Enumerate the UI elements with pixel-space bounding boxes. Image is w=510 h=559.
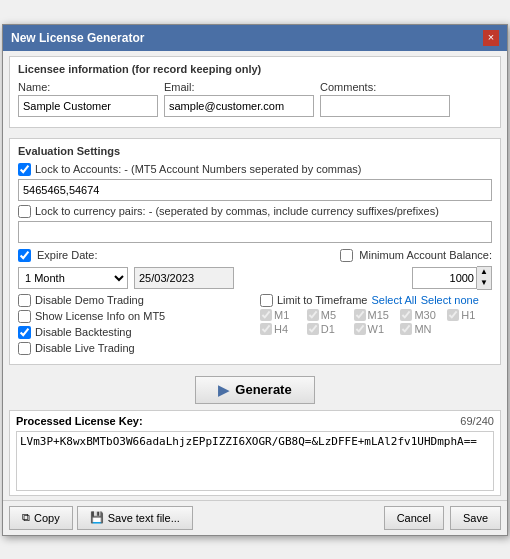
disable-demo-label: Disable Demo Trading [35, 294, 144, 306]
min-balance-spinner[interactable]: ▲ ▼ [412, 266, 492, 290]
license-key-area: LVm3P+K8wxBMTbO3W66adaLhjzEPpIZZI6XOGR/G… [16, 431, 494, 491]
disable-backtesting-label: Disable Backtesting [35, 326, 132, 338]
evaluation-section-title: Evaluation Settings [18, 145, 492, 157]
bottom-left-buttons: ⧉ Copy 💾 Save text file... [9, 506, 193, 530]
date-input[interactable] [134, 267, 234, 289]
processed-section: Processed License Key: 69/240 LVm3P+K8wx… [9, 410, 501, 496]
month-select[interactable]: 1 Month 2 Months 3 Months 6 Months 1 Yea… [18, 267, 128, 289]
save-text-icon: 💾 [90, 511, 104, 524]
select-none-link[interactable]: Select none [421, 294, 479, 306]
disable-demo-checkbox[interactable] [18, 294, 31, 307]
generate-section: ▶ Generate [3, 370, 507, 410]
left-options: Disable Demo Trading Show License Info o… [18, 294, 250, 358]
tf-m30-label: M30 [414, 309, 435, 321]
generate-icon: ▶ [218, 382, 229, 398]
lock-currency-checkbox[interactable] [18, 205, 31, 218]
lock-accounts-label: Lock to Accounts: - (MT5 Account Numbers… [35, 163, 361, 175]
copy-button[interactable]: ⧉ Copy [9, 506, 73, 530]
lock-currency-row: Lock to currency pairs: - (seperated by … [18, 205, 492, 218]
timeframe-grid: M1 M5 M15 M30 H1 H4 D1 W1 MN [260, 309, 492, 335]
tf-w1-label: W1 [368, 323, 385, 335]
currency-input[interactable] [18, 221, 492, 243]
tf-m30-checkbox[interactable] [400, 309, 412, 321]
show-license-label: Show License Info on MT5 [35, 310, 165, 322]
tf-h4-label: H4 [274, 323, 288, 335]
save-button[interactable]: Save [450, 506, 501, 530]
limit-timeframe-label: Limit to Timeframe [277, 294, 367, 306]
tf-m5-label: M5 [321, 309, 336, 321]
license-key-textarea[interactable]: LVm3P+K8wxBMTbO3W66adaLhjzEPpIZZI6XOGR/G… [16, 431, 494, 491]
disable-live-label: Disable Live Trading [35, 342, 135, 354]
comments-label: Comments: [320, 81, 450, 93]
email-label: Email: [164, 81, 314, 93]
email-input[interactable] [164, 95, 314, 117]
tf-mn-checkbox[interactable] [400, 323, 412, 335]
generate-button[interactable]: ▶ Generate [195, 376, 315, 404]
tf-h1-label: H1 [461, 309, 475, 321]
expire-date-label: Expire Date: [37, 249, 98, 261]
tf-w1-checkbox[interactable] [354, 323, 366, 335]
evaluation-section: Evaluation Settings Lock to Accounts: - … [9, 138, 501, 365]
tf-d1-label: D1 [321, 323, 335, 335]
expire-date-checkbox[interactable] [18, 249, 31, 262]
title-bar: New License Generator × [3, 25, 507, 51]
tf-m5-checkbox[interactable] [307, 309, 319, 321]
spinner-up-button[interactable]: ▲ [477, 267, 491, 278]
close-button[interactable]: × [483, 30, 499, 46]
tf-h1-checkbox[interactable] [447, 309, 459, 321]
generate-label: Generate [235, 382, 291, 397]
lock-accounts-row: Lock to Accounts: - (MT5 Account Numbers… [18, 163, 492, 176]
min-balance-checkbox[interactable] [340, 249, 353, 262]
save-text-button[interactable]: 💾 Save text file... [77, 506, 193, 530]
dialog-title: New License Generator [11, 31, 144, 45]
name-label: Name: [18, 81, 158, 93]
min-balance-label: Minimum Account Balance: [359, 249, 492, 261]
processed-header: Processed License Key: 69/240 [16, 415, 494, 427]
copy-label: Copy [34, 512, 60, 524]
copy-icon: ⧉ [22, 511, 30, 524]
tf-h4-checkbox[interactable] [260, 323, 272, 335]
char-count: 69/240 [460, 415, 494, 427]
bottom-right-buttons: Cancel Save [384, 506, 501, 530]
save-label: Save [463, 512, 488, 524]
tf-mn-label: MN [414, 323, 431, 335]
processed-label: Processed License Key: [16, 415, 143, 427]
limit-timeframe-checkbox[interactable] [260, 294, 273, 307]
select-all-link[interactable]: Select All [371, 294, 416, 306]
tf-m1-checkbox[interactable] [260, 309, 272, 321]
disable-backtesting-checkbox[interactable] [18, 326, 31, 339]
licensee-section: Licensee information (for record keeping… [9, 56, 501, 128]
cancel-button[interactable]: Cancel [384, 506, 444, 530]
dialog-container: New License Generator × Licensee informa… [2, 24, 508, 536]
licensee-section-title: Licensee information (for record keeping… [18, 63, 492, 75]
tf-m15-checkbox[interactable] [354, 309, 366, 321]
show-license-checkbox[interactable] [18, 310, 31, 323]
comments-input[interactable] [320, 95, 450, 117]
bottom-bar: ⧉ Copy 💾 Save text file... Cancel Save [3, 500, 507, 535]
lock-currency-label: Lock to currency pairs: - (seperated by … [35, 205, 439, 217]
lock-accounts-checkbox[interactable] [18, 163, 31, 176]
tf-m15-label: M15 [368, 309, 389, 321]
tf-m1-label: M1 [274, 309, 289, 321]
spinner-down-button[interactable]: ▼ [477, 278, 491, 289]
disable-live-checkbox[interactable] [18, 342, 31, 355]
cancel-label: Cancel [397, 512, 431, 524]
right-options: Limit to Timeframe Select All Select non… [260, 294, 492, 358]
min-balance-input[interactable] [412, 267, 477, 289]
accounts-input[interactable] [18, 179, 492, 201]
tf-d1-checkbox[interactable] [307, 323, 319, 335]
name-input[interactable] [18, 95, 158, 117]
save-text-label: Save text file... [108, 512, 180, 524]
